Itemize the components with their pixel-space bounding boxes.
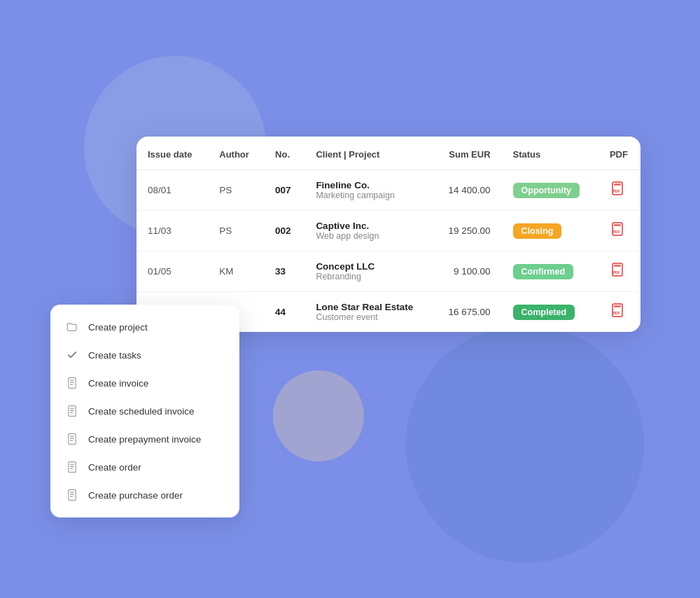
status-badge: Closing [513, 223, 562, 239]
cell-status: Opportunity [502, 170, 597, 211]
check-icon [66, 349, 78, 361]
svg-rect-28 [69, 490, 76, 501]
cell-no: 007 [264, 170, 304, 211]
project-name: Marketing campaign [316, 190, 421, 200]
pdf-icon[interactable]: PDF [610, 221, 627, 238]
menu-item-create-tasks[interactable]: Create tasks [50, 341, 239, 369]
table-row[interactable]: 08/01PS007Fineline Co.Marketing campaign… [136, 170, 640, 211]
client-name: Lone Star Real Estate [316, 302, 421, 312]
cell-pdf[interactable]: PDF [597, 170, 640, 211]
cell-status: Completed [502, 292, 597, 333]
menu-item-create-purchase-order[interactable]: Create purchase order [50, 481, 239, 509]
menu-item-label: Create tasks [88, 350, 141, 361]
status-badge: Completed [513, 305, 575, 320]
col-header-status: Status [502, 137, 597, 170]
cell-author: PS [208, 170, 264, 211]
cell-author: PS [208, 211, 264, 251]
svg-rect-10 [614, 305, 621, 307]
project-name: Rebranding [316, 272, 421, 281]
cell-issue-date: 11/03 [136, 211, 208, 251]
table-row[interactable]: 01/05KM33Concept LLCRebranding9 100.00Co… [136, 251, 640, 292]
svg-text:PDF: PDF [612, 270, 620, 274]
pdf-icon[interactable]: PDF [610, 181, 627, 197]
bg-circle-bottom-center [273, 370, 364, 461]
status-badge: Confirmed [513, 264, 574, 279]
menu-item-label: Create scheduled invoice [88, 406, 195, 417]
cell-status: Confirmed [502, 251, 597, 292]
cell-issue-date: 01/05 [136, 251, 208, 292]
cell-sum: 9 100.00 [433, 251, 501, 292]
menu-item-create-invoice[interactable]: Create invoice [50, 369, 239, 397]
col-header-issue-date: Issue date [136, 137, 208, 170]
cell-no: 33 [264, 251, 304, 292]
cell-client-project: Concept LLCRebranding [304, 251, 433, 292]
bg-circle-bottom-right [406, 325, 644, 563]
svg-rect-12 [69, 378, 76, 389]
project-name: Web app design [316, 231, 421, 241]
col-header-no: No. [264, 137, 304, 170]
cell-pdf[interactable]: PDF [597, 251, 640, 292]
cell-pdf[interactable]: PDF [597, 292, 640, 333]
menu-item-create-project[interactable]: Create project [50, 313, 239, 341]
context-menu: Create projectCreate tasksCreate invoice… [50, 305, 239, 517]
client-name: Fineline Co. [316, 180, 421, 190]
cell-author: KM [208, 251, 264, 292]
menu-item-label: Create order [88, 462, 141, 473]
svg-rect-24 [69, 462, 76, 473]
pdf-icon[interactable]: PDF [610, 262, 627, 279]
document-icon [66, 433, 78, 445]
cell-client-project: Lone Star Real EstateCustomer event [304, 292, 433, 333]
menu-item-create-prepayment-invoice[interactable]: Create prepayment invoice [50, 425, 239, 453]
table-row[interactable]: 11/03PS002Captive Inc.Web app design19 2… [136, 211, 640, 251]
cell-pdf[interactable]: PDF [597, 211, 640, 251]
col-header-sum: Sum EUR [433, 137, 501, 170]
svg-rect-16 [69, 406, 76, 417]
status-badge: Opportunity [513, 183, 580, 198]
svg-text:PDF: PDF [612, 230, 620, 234]
col-header-pdf: PDF [597, 137, 640, 170]
cell-sum: 19 250.00 [433, 211, 501, 251]
svg-rect-7 [614, 265, 621, 267]
document-icon [66, 461, 78, 473]
cell-no: 002 [264, 211, 304, 251]
document-icon [66, 377, 78, 389]
project-name: Customer event [316, 312, 421, 322]
document-icon [66, 489, 78, 501]
cell-sum: 16 675.00 [433, 292, 501, 333]
folder-icon [66, 321, 78, 333]
svg-rect-20 [69, 434, 76, 445]
menu-item-label: Create project [88, 322, 148, 333]
col-header-author: Author [208, 137, 264, 170]
menu-item-create-order[interactable]: Create order [50, 453, 239, 481]
svg-rect-1 [614, 183, 621, 186]
pdf-icon[interactable]: PDF [610, 303, 627, 319]
svg-rect-4 [614, 224, 621, 226]
client-name: Concept LLC [316, 261, 421, 272]
cell-sum: 14 400.00 [433, 170, 501, 211]
col-header-client-project: Client | Project [304, 137, 433, 170]
menu-item-label: Create purchase order [88, 490, 183, 501]
cell-issue-date: 08/01 [136, 170, 208, 211]
svg-text:PDF: PDF [612, 311, 620, 315]
cell-no: 44 [264, 292, 304, 333]
menu-item-label: Create prepayment invoice [88, 434, 201, 445]
document-icon [66, 405, 78, 417]
client-name: Captive Inc. [316, 221, 421, 231]
svg-text:PDF: PDF [612, 189, 620, 193]
cell-status: Closing [502, 211, 597, 251]
menu-item-label: Create invoice [88, 378, 148, 389]
cell-client-project: Fineline Co.Marketing campaign [304, 170, 433, 211]
menu-item-create-scheduled-invoice[interactable]: Create scheduled invoice [50, 397, 239, 425]
cell-client-project: Captive Inc.Web app design [304, 211, 433, 251]
invoice-table-card: Issue date Author No. Client | Project S… [136, 137, 640, 332]
